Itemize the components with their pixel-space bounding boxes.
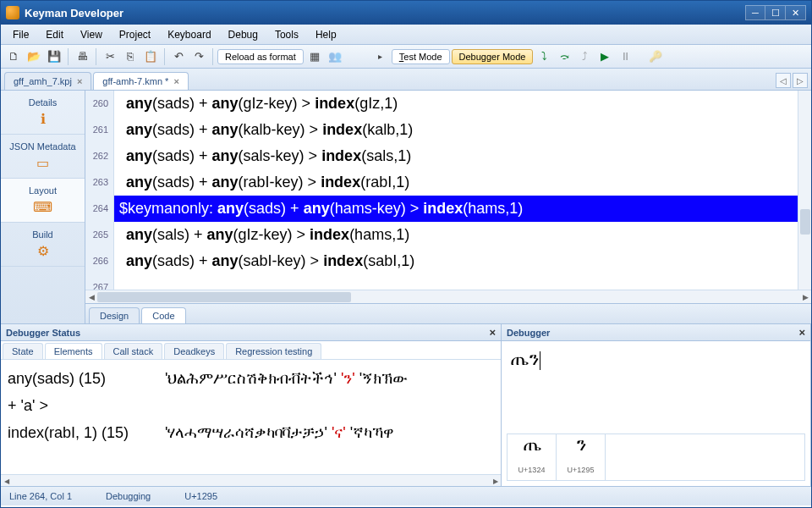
codepoint: U+1324 <box>518 457 546 483</box>
sidebar-item-layout[interactable]: Layout ⌨ <box>1 179 85 223</box>
tab-state[interactable]: State <box>3 343 43 359</box>
editor-view-tabs: Design Code <box>85 303 811 323</box>
continue-icon[interactable]: ▶ <box>595 47 614 66</box>
file-tab-label: gff_amh_7.kpj <box>14 76 72 86</box>
debugger-status-panel: Debugger Status × State Elements Call st… <box>1 324 502 486</box>
tab-deadkeys[interactable]: Deadkeys <box>164 343 224 359</box>
sidebar-item-details[interactable]: Details ℹ <box>1 91 85 135</box>
debugger-typed-text: ጤን <box>510 348 539 369</box>
menu-file[interactable]: File <box>4 27 37 42</box>
scroll-left-icon[interactable]: ◀ <box>1 476 12 486</box>
menu-debug[interactable]: Debug <box>220 27 266 42</box>
open-icon[interactable]: 📂 <box>25 47 43 66</box>
debugger-status-body: any(sads) (15)'ህልሕምሥርስሽቅክብቭትችኅ' 'ን' 'ኝክኽ… <box>1 360 501 474</box>
horizontal-scrollbar[interactable]: ◀ ▶ <box>85 290 811 303</box>
code-line[interactable]: any(sads) + any(kalb-key) > index(kalb,1… <box>114 117 811 143</box>
step-out-icon[interactable]: ⤴ <box>575 47 594 66</box>
users-icon[interactable]: 👥 <box>326 47 344 66</box>
panel-title: Debugger <box>507 328 550 338</box>
pause-icon[interactable]: ⏸ <box>616 47 634 66</box>
scroll-left-icon[interactable]: ◀ <box>85 291 97 303</box>
menu-edit[interactable]: Edit <box>37 27 72 42</box>
tab-code[interactable]: Code <box>141 307 185 323</box>
paste-icon[interactable]: 📋 <box>141 47 160 66</box>
sidebar-item-label: JSON Metadata <box>9 141 75 152</box>
code-line[interactable]: $keymanonly: any(sads) + any(hams-key) >… <box>114 196 811 222</box>
print-icon[interactable]: 🖶 <box>73 47 91 66</box>
close-tab-icon[interactable]: × <box>77 76 82 86</box>
vertical-scrollbar[interactable] <box>798 91 811 290</box>
file-tab[interactable]: gff-amh-7.kmn * × <box>93 72 189 90</box>
app-icon <box>6 6 19 19</box>
sidebar-item-build[interactable]: Build ⚙ <box>1 223 85 267</box>
chevron-right-icon[interactable]: ▸ <box>371 47 390 66</box>
menu-keyboard[interactable]: Keyboard <box>159 27 219 42</box>
gear-icon: ⚙ <box>31 242 55 259</box>
tab-prev-button[interactable]: ◁ <box>776 73 791 88</box>
debugger-body[interactable]: ጤን ጤ U+1324 ን U+1295 <box>502 341 810 486</box>
scroll-right-icon[interactable]: ▶ <box>490 476 501 486</box>
code-line[interactable]: any(sads) + any(sabI-key) > index(sabI,1… <box>114 248 811 274</box>
menu-project[interactable]: Project <box>111 27 159 42</box>
debugger-mode-button[interactable]: Debugger Mode <box>452 49 534 64</box>
separator <box>164 48 165 65</box>
tab-regression-testing[interactable]: Regression testing <box>226 343 321 359</box>
close-panel-icon[interactable]: × <box>798 326 805 339</box>
status-mode: Debugging <box>106 491 151 501</box>
maximize-button[interactable]: ☐ <box>765 5 786 20</box>
stop-icon[interactable]: 🔑 <box>646 47 665 66</box>
separator <box>68 48 69 65</box>
code-line[interactable]: any(sads) + any(rabI-key) > index(rabI,1… <box>114 169 811 196</box>
reload-format-button[interactable]: Reload as format <box>217 49 304 64</box>
line-number-gutter: 260 261 262 263 264 265 266 267 <box>85 91 114 290</box>
step-over-icon[interactable]: ⤼ <box>555 47 573 66</box>
status-position: Line 264, Col 1 <box>9 491 72 501</box>
file-tab-label: gff-amh-7.kmn * <box>102 76 168 86</box>
code-content[interactable]: any(sads) + any(gIz-key) > index(gIz,1)a… <box>114 91 811 290</box>
code-line[interactable]: any(sals) + any(gIz-key) > index(hams,1) <box>114 222 811 248</box>
sidebar-item-label: Build <box>32 229 52 240</box>
debugger-element-row: + 'a' > <box>8 392 494 419</box>
tab-design[interactable]: Design <box>89 307 140 323</box>
code-line[interactable]: any(sads) + any(gIz-key) > index(gIz,1) <box>114 91 811 117</box>
panel-title: Debugger Status <box>6 328 80 338</box>
text-cursor <box>540 351 540 370</box>
glyph-cell: ጤ U+1324 <box>508 434 557 480</box>
menu-bar: File Edit View Project Keyboard Debug To… <box>1 25 811 45</box>
tab-call-stack[interactable]: Call stack <box>104 343 163 359</box>
debugger-element-row: index(rabI, 1) (15)'ሃላሓማሣራሳሻቃካባቫታቻኃ' 'ና'… <box>8 419 494 446</box>
sidebar: Details ℹ JSON Metadata ▭ Layout ⌨ Build… <box>1 91 85 323</box>
sidebar-item-json-metadata[interactable]: JSON Metadata ▭ <box>1 135 85 179</box>
code-line[interactable]: any(sads) + any(sals-key) > index(sals,1… <box>114 143 811 169</box>
menu-view[interactable]: View <box>72 27 111 42</box>
file-tab[interactable]: gff_amh_7.kpj × <box>4 72 91 90</box>
metadata-icon: ▭ <box>31 154 55 171</box>
undo-icon[interactable]: ↶ <box>169 47 188 66</box>
menu-tools[interactable]: Tools <box>266 27 307 42</box>
glyph: ን <box>576 432 586 457</box>
tab-next-button[interactable]: ▷ <box>793 73 808 88</box>
save-icon[interactable]: 💾 <box>45 47 63 66</box>
new-icon[interactable]: 🗋 <box>4 47 23 66</box>
redo-icon[interactable]: ↷ <box>189 47 208 66</box>
minimize-button[interactable]: ─ <box>745 5 765 20</box>
glyph-cell: ን U+1295 <box>557 434 606 480</box>
close-button[interactable]: ✕ <box>786 5 806 20</box>
copy-icon[interactable]: ⎘ <box>121 47 140 66</box>
scroll-right-icon[interactable]: ▶ <box>799 291 811 303</box>
separator <box>212 48 213 65</box>
menu-help[interactable]: Help <box>307 27 345 42</box>
debugger-element-row: any(sads) (15)'ህልሕምሥርስሽቅክብቭትችኅ' 'ን' 'ኝክኽ… <box>8 365 494 392</box>
sidebar-item-label: Layout <box>29 185 57 196</box>
horizontal-scrollbar[interactable]: ◀ ▶ <box>1 474 501 486</box>
cut-icon[interactable]: ✂ <box>101 47 119 66</box>
close-panel-icon[interactable]: × <box>489 326 496 339</box>
keyboard-icon: ⌨ <box>31 198 55 215</box>
glyph-bar: ጤ U+1324 ን U+1295 <box>507 433 805 481</box>
test-mode-button[interactable]: Test Mode <box>392 49 450 64</box>
compile-icon[interactable]: ▦ <box>305 47 324 66</box>
tab-elements[interactable]: Elements <box>45 343 102 359</box>
titlebar: Keyman Developer ─ ☐ ✕ <box>1 1 811 25</box>
close-tab-icon[interactable]: × <box>173 76 178 86</box>
step-into-icon[interactable]: ⤵ <box>535 47 553 66</box>
